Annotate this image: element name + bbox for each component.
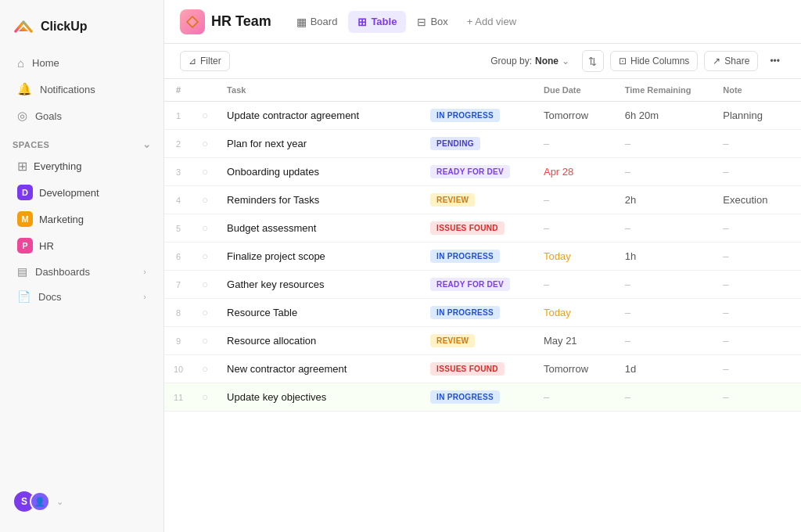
row-task-name: Update contractor agreement (217, 102, 421, 130)
row-note: – (713, 383, 801, 412)
sidebar-item-goals[interactable]: ◎ Goals (5, 103, 159, 128)
table-row[interactable]: 5○Budget assessmentISSUES FOUND––– (164, 214, 801, 243)
sidebar-item-docs[interactable]: 📄 Docs › (5, 285, 159, 308)
toolbar: ⊿ Filter Group by: None ⌄ ⇅ ⊡ Hide Colum… (164, 44, 801, 79)
row-task-name: Reminders for Tasks (217, 186, 421, 214)
row-status: READY FOR DEV (421, 158, 534, 186)
row-note: Execution (713, 186, 801, 214)
status-badge: READY FOR DEV (430, 278, 510, 291)
sort-icon: ⇅ (588, 56, 597, 67)
row-check[interactable]: ○ (192, 130, 217, 158)
dashboards-label: Dashboards (35, 266, 90, 278)
app-name: ClickUp (41, 20, 88, 34)
row-check[interactable]: ○ (192, 158, 217, 186)
status-badge: IN PROGRESS (430, 250, 500, 263)
row-check[interactable]: ○ (192, 186, 217, 214)
tab-board[interactable]: ▦ Board (287, 11, 347, 33)
table-row[interactable]: 11○Update key objectivesIN PROGRESS––– (164, 383, 801, 412)
table-row[interactable]: 6○Finalize project scopeIN PROGRESSToday… (164, 243, 801, 271)
box-tab-icon: ⊟ (417, 16, 426, 28)
table-row[interactable]: 1○Update contractor agreementIN PROGRESS… (164, 102, 801, 130)
row-number: 5 (164, 214, 192, 243)
status-badge: PENDING (430, 137, 480, 150)
sidebar-item-everything[interactable]: ⊞ Everything (5, 154, 159, 178)
row-status: ISSUES FOUND (421, 355, 534, 383)
add-view-button[interactable]: + Add view (459, 11, 524, 32)
more-options-button[interactable]: ••• (764, 52, 785, 70)
table-container[interactable]: # Task Due Date Time Remaining Note 1○Up… (164, 79, 801, 532)
table-row[interactable]: 10○New contractor agreementISSUES FOUNDT… (164, 355, 801, 383)
status-badge: READY FOR DEV (430, 165, 510, 178)
grid-icon: ⊞ (17, 159, 27, 174)
table-row[interactable]: 4○Reminders for TasksREVIEW–2hExecution (164, 186, 801, 214)
row-check[interactable]: ○ (192, 102, 217, 130)
sidebar-item-hr[interactable]: P HR (5, 233, 159, 258)
row-check[interactable]: ○ (192, 243, 217, 271)
sidebar-item-home[interactable]: ⌂ Home (5, 51, 159, 75)
table-tab-icon: ⊞ (357, 16, 367, 28)
sidebar-item-notifications[interactable]: 🔔 Notifications (5, 77, 159, 102)
table-row[interactable]: 8○Resource TableIN PROGRESSToday–– (164, 299, 801, 327)
col-due-date: Due Date (534, 79, 616, 102)
share-button[interactable]: ↗ Share (704, 51, 758, 71)
sidebar-item-dashboards[interactable]: ▤ Dashboards › (5, 260, 159, 283)
row-due-date: Tomorrow (534, 102, 616, 130)
status-badge: REVIEW (430, 334, 475, 347)
bell-icon: 🔔 (17, 82, 32, 96)
tab-table[interactable]: ⊞ Table (348, 11, 406, 33)
row-check[interactable]: ○ (192, 271, 217, 299)
row-task-name: Gather key resources (217, 271, 421, 299)
row-check[interactable]: ○ (192, 214, 217, 243)
development-dot: D (17, 185, 33, 200)
goals-label: Goals (35, 110, 62, 122)
tab-box[interactable]: ⊟ Box (408, 11, 457, 33)
table-row[interactable]: 2○Plan for next yearPENDING––– (164, 130, 801, 158)
row-time-remaining: 1d (616, 355, 713, 383)
row-number: 2 (164, 130, 192, 158)
row-status: ISSUES FOUND (421, 214, 534, 243)
row-due-date: – (534, 214, 616, 243)
spaces-label: Spaces (13, 140, 49, 149)
row-due-date: May 21 (534, 327, 616, 355)
hide-columns-button[interactable]: ⊡ Hide Columns (610, 51, 698, 71)
row-check[interactable]: ○ (192, 299, 217, 327)
hr-label: HR (39, 240, 54, 252)
table-row[interactable]: 3○Onboarding updatesREADY FOR DEVApr 28–… (164, 158, 801, 186)
avatar-group[interactable]: S 👤 (13, 490, 50, 513)
col-note: Note (713, 79, 801, 102)
row-status: IN PROGRESS (421, 102, 534, 130)
row-number: 6 (164, 243, 192, 271)
row-time-remaining: 6h 20m (616, 102, 713, 130)
row-check[interactable]: ○ (192, 383, 217, 412)
col-check (192, 79, 217, 102)
row-task-name: New contractor agreement (217, 355, 421, 383)
table-row[interactable]: 9○Resource allocationREVIEWMay 21–– (164, 327, 801, 355)
group-by-selector[interactable]: Group by: None ⌄ (484, 52, 576, 70)
row-task-name: Budget assessment (217, 214, 421, 243)
row-due-date: Apr 28 (534, 158, 616, 186)
row-note: – (713, 299, 801, 327)
docs-expand-icon: › (143, 292, 146, 301)
clickup-logo-icon (13, 16, 34, 38)
status-badge: IN PROGRESS (430, 109, 500, 122)
sort-button[interactable]: ⇅ (582, 50, 604, 72)
spaces-section-header: Spaces ⌄ (0, 129, 163, 153)
sidebar-item-development[interactable]: D Development (5, 180, 159, 205)
main-content: HR Team ▦ Board ⊞ Table ⊟ Box + Add view… (164, 0, 801, 532)
workspace-title: HR Team (211, 13, 271, 30)
row-note: – (713, 214, 801, 243)
spaces-chevron-icon: ⌄ (142, 138, 152, 150)
row-check[interactable]: ○ (192, 327, 217, 355)
row-note: – (713, 243, 801, 271)
row-time-remaining: – (616, 383, 713, 412)
docs-label: Docs (38, 291, 62, 303)
row-task-name: Update key objectives (217, 383, 421, 412)
col-status (421, 79, 534, 102)
row-check[interactable]: ○ (192, 355, 217, 383)
group-by-value: None (535, 56, 559, 66)
table-row[interactable]: 7○Gather key resourcesREADY FOR DEV––– (164, 271, 801, 299)
logo-area[interactable]: ClickUp (0, 9, 163, 50)
sidebar-item-marketing[interactable]: M Marketing (5, 207, 159, 232)
group-by-chevron-icon: ⌄ (562, 56, 569, 66)
filter-button[interactable]: ⊿ Filter (180, 51, 230, 71)
